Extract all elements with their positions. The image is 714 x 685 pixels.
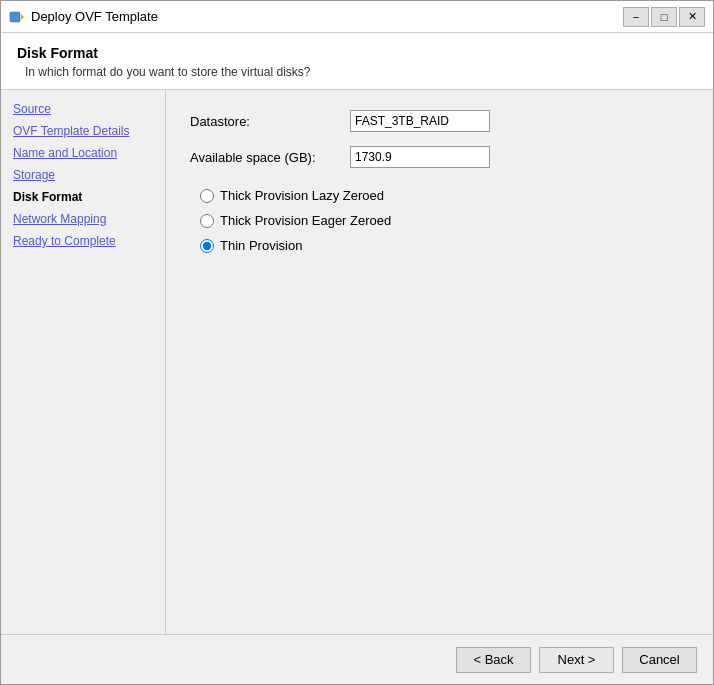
footer: < Back Next > Cancel	[1, 634, 713, 684]
radio-thick-eager-label: Thick Provision Eager Zeroed	[220, 213, 391, 228]
sidebar-item-source[interactable]: Source	[9, 100, 157, 118]
sidebar-item-disk-format: Disk Format	[9, 188, 157, 206]
cancel-button[interactable]: Cancel	[622, 647, 697, 673]
datastore-input[interactable]	[350, 110, 490, 132]
sidebar: Source OVF Template Details Name and Loc…	[1, 90, 166, 634]
sidebar-item-ready-to-complete[interactable]: Ready to Complete	[9, 232, 157, 250]
header-title: Disk Format	[17, 45, 697, 61]
header-section: Disk Format In which format do you want …	[1, 33, 713, 90]
radio-thick-eager[interactable]: Thick Provision Eager Zeroed	[200, 213, 689, 228]
radio-thin[interactable]: Thin Provision	[200, 238, 689, 253]
window-icon	[9, 9, 25, 25]
title-bar-left: Deploy OVF Template	[9, 9, 158, 25]
radio-thick-eager-input[interactable]	[200, 214, 214, 228]
title-controls: − □ ✕	[623, 7, 705, 27]
header-subtitle: In which format do you want to store the…	[17, 65, 697, 79]
sidebar-item-storage[interactable]: Storage	[9, 166, 157, 184]
available-space-row: Available space (GB):	[190, 146, 689, 168]
minimize-button[interactable]: −	[623, 7, 649, 27]
close-button[interactable]: ✕	[679, 7, 705, 27]
window-title: Deploy OVF Template	[31, 9, 158, 24]
radio-thick-lazy-label: Thick Provision Lazy Zeroed	[220, 188, 384, 203]
sidebar-item-network-mapping[interactable]: Network Mapping	[9, 210, 157, 228]
disk-format-options: Thick Provision Lazy Zeroed Thick Provis…	[190, 188, 689, 253]
datastore-label: Datastore:	[190, 114, 350, 129]
radio-thick-lazy-input[interactable]	[200, 189, 214, 203]
radio-thin-label: Thin Provision	[220, 238, 302, 253]
main-panel: Datastore: Available space (GB): Thick P…	[166, 90, 713, 634]
svg-marker-1	[21, 14, 24, 20]
maximize-button[interactable]: □	[651, 7, 677, 27]
svg-rect-0	[10, 12, 20, 22]
radio-thick-lazy[interactable]: Thick Provision Lazy Zeroed	[200, 188, 689, 203]
datastore-row: Datastore:	[190, 110, 689, 132]
radio-thin-input[interactable]	[200, 239, 214, 253]
main-window: Deploy OVF Template − □ ✕ Disk Format In…	[0, 0, 714, 685]
back-button[interactable]: < Back	[456, 647, 531, 673]
sidebar-item-name-and-location[interactable]: Name and Location	[9, 144, 157, 162]
content-area: Source OVF Template Details Name and Loc…	[1, 90, 713, 634]
title-bar: Deploy OVF Template − □ ✕	[1, 1, 713, 33]
sidebar-item-ovf-template-details[interactable]: OVF Template Details	[9, 122, 157, 140]
available-space-input[interactable]	[350, 146, 490, 168]
next-button[interactable]: Next >	[539, 647, 614, 673]
available-space-label: Available space (GB):	[190, 150, 350, 165]
